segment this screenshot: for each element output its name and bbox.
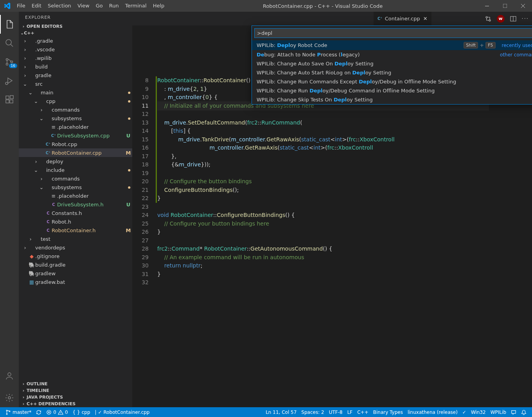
- palette-item[interactable]: Debug: Attach to Node Process (legacy)ot…: [252, 50, 532, 59]
- tree-item[interactable]: C⁺RobotContainer.cppM: [19, 148, 132, 157]
- tree-item[interactable]: ›gradle: [19, 71, 132, 79]
- tree-item[interactable]: ◆.gitignore: [19, 252, 132, 260]
- platform-status[interactable]: Win32: [469, 410, 488, 415]
- tree-item[interactable]: ›commands: [19, 174, 132, 183]
- cpp-deps-section[interactable]: ›C++ DEPENDENCIES: [19, 401, 132, 407]
- cursor-status[interactable]: Ln 11, Col 57: [263, 410, 299, 415]
- branch-status[interactable]: master*: [3, 407, 34, 417]
- lang-status[interactable]: C++: [355, 410, 371, 415]
- wpilib-icon[interactable]: w: [497, 15, 505, 23]
- tree-item[interactable]: ›deploy: [19, 157, 132, 166]
- tree-item[interactable]: C⁺Robot.cpp: [19, 140, 132, 148]
- menu-file[interactable]: File: [14, 0, 29, 12]
- chevron-icon: ⌄: [22, 81, 28, 87]
- explorer-tab[interactable]: [0, 15, 19, 34]
- split-icon[interactable]: [510, 16, 516, 22]
- palette-item[interactable]: WPILib: Deploy Robot CodeShift+F5recentl…: [252, 40, 532, 50]
- scm-tab[interactable]: 16: [0, 52, 19, 71]
- tree-item[interactable]: 🐘gradlew: [19, 269, 132, 278]
- tree-item[interactable]: ⌄subsystems●: [19, 183, 132, 191]
- palette-item[interactable]: WPILib: Change Run Deploy/Debug Command …: [252, 86, 532, 95]
- menu-selection[interactable]: Selection: [45, 0, 74, 12]
- extensions-tab[interactable]: [0, 90, 19, 109]
- tree-item[interactable]: ⌄include●: [19, 166, 132, 174]
- git-status: U: [124, 133, 132, 139]
- target-status[interactable]: linuxathena (release): [405, 410, 460, 415]
- explorer-sidebar: EXPLORER ›OPEN EDITORS ⌄C++ ›.gradle›.vs…: [19, 12, 132, 407]
- tree-item[interactable]: CDriveSubsystem.hU: [19, 200, 132, 209]
- open-editors-section[interactable]: ›OPEN EDITORS: [19, 23, 132, 30]
- menu-terminal[interactable]: Terminal: [122, 0, 150, 12]
- titlebar: FileEditSelectionViewGoRunTerminalHelp R…: [0, 0, 532, 12]
- accounts-tab[interactable]: [0, 366, 19, 385]
- tree-item[interactable]: ›build: [19, 62, 132, 71]
- tree-item[interactable]: ⌄subsystems●: [19, 114, 132, 123]
- tree-item[interactable]: ›vendordeps: [19, 243, 132, 252]
- tree-item[interactable]: ▦gradlew.bat: [19, 278, 132, 286]
- timeline-section[interactable]: ›TIMELINE: [19, 387, 132, 394]
- tree-item[interactable]: ⌄src: [19, 79, 132, 88]
- folder-section[interactable]: ⌄C++: [19, 30, 132, 36]
- tree-item[interactable]: ›.vscode: [19, 45, 132, 54]
- lang-mode-status[interactable]: { }cpp: [70, 407, 93, 417]
- tree-label: Robot.h: [52, 219, 132, 225]
- maximize-button[interactable]: [496, 0, 514, 12]
- chevron-icon: ›: [22, 55, 28, 61]
- menu-view[interactable]: View: [74, 0, 93, 12]
- bat-icon: ▦: [28, 279, 35, 285]
- editor: C⁺ Container.cpp ✕ w ··· the terms of pr…: [132, 12, 532, 407]
- git-status: M: [124, 150, 132, 156]
- close-button[interactable]: [514, 0, 532, 12]
- tree-item[interactable]: ›test: [19, 235, 132, 243]
- problems-status[interactable]: 0 0: [44, 407, 70, 417]
- tree-item[interactable]: ⌄main●: [19, 88, 132, 97]
- tree-label: main: [41, 90, 128, 96]
- settings-tab[interactable]: [0, 388, 19, 407]
- palette-input[interactable]: [254, 28, 532, 38]
- tree-item[interactable]: CRobotContainer.hM: [19, 226, 132, 235]
- outline-section[interactable]: ›OUTLINE: [19, 381, 132, 387]
- close-icon[interactable]: ✕: [423, 16, 428, 22]
- chevron-icon: ⌄: [38, 184, 45, 190]
- tree-item[interactable]: ≡.placeholder: [19, 123, 132, 131]
- file-icon: ≡: [50, 193, 57, 199]
- tree-item[interactable]: ›commands: [19, 105, 132, 114]
- menu-go[interactable]: Go: [93, 0, 106, 12]
- tree-item[interactable]: 🐘build.gradle: [19, 260, 132, 269]
- tree-item[interactable]: ≡.placeholder: [19, 191, 132, 200]
- tree-item[interactable]: C⁺DriveSubsystem.cppU: [19, 131, 132, 140]
- check-icon[interactable]: ✓: [460, 410, 469, 415]
- bell-icon[interactable]: [519, 410, 529, 415]
- compare-icon[interactable]: [485, 16, 491, 22]
- palette-item[interactable]: WPILib: Change Skip Tests On Deploy Sett…: [252, 95, 532, 104]
- file-status[interactable]: | ✓RobotContainer.cpp: [93, 407, 152, 417]
- tree-label: Constants.h: [52, 210, 132, 216]
- cpp-icon: C⁺: [45, 151, 52, 155]
- spaces-status[interactable]: Spaces: 2: [299, 410, 326, 415]
- tree-item[interactable]: ›.wpilib: [19, 54, 132, 62]
- debug-tab[interactable]: [0, 71, 19, 90]
- palette-item[interactable]: WPILib: Change Auto Start RioLog on Depl…: [252, 68, 532, 77]
- status-bar: master* 0 0 { }cpp | ✓RobotContainer.cpp…: [0, 407, 532, 417]
- tree-item[interactable]: CRobot.h: [19, 217, 132, 226]
- tree-item[interactable]: ›.gradle: [19, 36, 132, 45]
- search-tab[interactable]: [0, 34, 19, 52]
- palette-item[interactable]: WPILib: Change Run Commands Except Deplo…: [252, 77, 532, 86]
- java-projects-section[interactable]: ›JAVA PROJECTS: [19, 394, 132, 401]
- tree-item[interactable]: CConstants.h: [19, 209, 132, 217]
- wpilib-status[interactable]: WPILib: [488, 410, 509, 415]
- svg-point-14: [489, 20, 491, 21]
- menu-help[interactable]: Help: [150, 0, 168, 12]
- tree-item[interactable]: ⌄cpp●: [19, 97, 132, 105]
- sync-status[interactable]: [34, 407, 44, 417]
- binary-status[interactable]: Binary Types: [371, 410, 405, 415]
- menu-run[interactable]: Run: [106, 0, 122, 12]
- more-icon[interactable]: ···: [522, 16, 529, 22]
- feedback-icon[interactable]: [509, 410, 519, 415]
- minimize-button[interactable]: [478, 0, 496, 12]
- encoding-status[interactable]: UTF-8: [327, 410, 345, 415]
- tab-robotcontainer[interactable]: C⁺ Container.cpp ✕: [374, 12, 432, 25]
- eol-status[interactable]: LF: [345, 410, 355, 415]
- menu-edit[interactable]: Edit: [29, 0, 45, 12]
- palette-item[interactable]: WPILib: Change Auto Save On Deploy Setti…: [252, 59, 532, 68]
